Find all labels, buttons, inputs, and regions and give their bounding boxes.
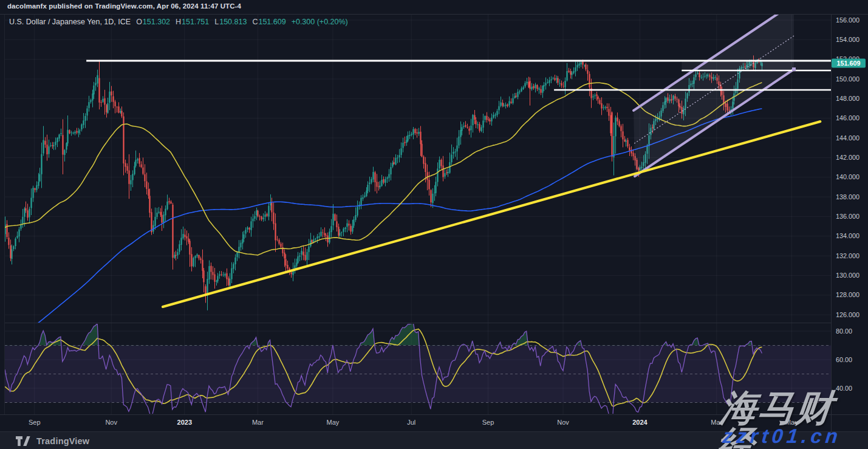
open-value: 151.302: [143, 18, 170, 26]
time-tick-label: May: [327, 419, 340, 426]
chart-drawings[interactable]: [86, 3, 831, 307]
high-label: H: [176, 18, 181, 26]
price-tick-label: 146.000: [836, 114, 859, 122]
trendline-support: [163, 122, 820, 307]
time-tick-label: Nov: [557, 419, 569, 426]
price-tick-label: 132.000: [836, 252, 859, 259]
price-tick-label: 156.000: [836, 16, 859, 24]
symbol-title: U.S. Dollar / Japanese Yen, 1D, ICE: [9, 18, 131, 26]
last-price-badge-text: 151.609: [836, 60, 860, 67]
tradingview-logo-icon: [16, 436, 30, 446]
ohlc-low: L150.813: [214, 18, 247, 26]
symbol-legend: U.S. Dollar / Japanese Yen, 1D, ICE O151…: [9, 18, 348, 26]
price-tick-label: 142.000: [836, 154, 859, 161]
price-tick-label: 150.000: [836, 75, 859, 83]
rsi-tick-label: 80.00: [836, 327, 852, 335]
channel-endpoint-handle: [792, 67, 796, 71]
ohlc-open: O151.302: [136, 18, 170, 26]
price-tick-label: 136.000: [836, 213, 859, 220]
price-tick-label: 138.000: [836, 193, 859, 201]
ohlc-close: C151.609: [252, 18, 285, 26]
time-tick-label: 2023: [177, 419, 192, 426]
time-tick-label: Nov: [105, 419, 117, 426]
close-value: 151.609: [258, 18, 285, 26]
price-tick-label: 134.000: [836, 232, 859, 239]
high-value: 151.751: [182, 18, 209, 26]
tradingview-published-chart: dacolmanfx published on TradingView.com,…: [0, 0, 868, 449]
close-label: C: [252, 18, 258, 26]
change-value: +0.300 (+0.20%): [292, 18, 348, 26]
low-label: L: [214, 18, 219, 26]
price-tick-label: 126.000: [836, 311, 859, 318]
candlestick-series: [5, 55, 762, 310]
up-candle-wicks: [5, 59, 762, 310]
price-tick-label: 148.000: [836, 95, 859, 102]
open-label: O: [136, 18, 142, 26]
price-tick-label: 130.000: [836, 272, 859, 279]
price-tick-label: 154.000: [836, 36, 859, 43]
tradingview-brand-label: TradingView: [36, 436, 89, 446]
time-tick-label: Sep: [482, 419, 494, 426]
chart-canvas[interactable]: 156.000154.000152.000150.000148.000146.0…: [0, 0, 868, 449]
time-tick-label: Sep: [29, 419, 41, 426]
rsi-tick-label: 60.00: [836, 356, 852, 363]
time-tick-label: Mar: [252, 419, 264, 426]
time-scale[interactable]: SepNov2023MarMayJulSepNov2024MarMay: [29, 419, 798, 426]
price-scale[interactable]: 156.000154.000152.000150.000148.000146.0…: [832, 16, 866, 392]
time-tick-label: Jul: [407, 419, 415, 426]
down-candle-wicks: [7, 55, 759, 303]
watermark-url: zzrt01.cn: [722, 426, 842, 446]
price-tick-label: 140.000: [836, 173, 859, 180]
ohlc-high: H151.751: [176, 18, 209, 26]
down-candle-bodies: [7, 60, 759, 295]
time-tick-label: 2024: [632, 419, 648, 426]
price-tick-label: 128.000: [836, 291, 859, 298]
price-tick-label: 144.000: [836, 134, 859, 142]
low-value: 150.813: [219, 18, 247, 26]
rsi-pane: [5, 321, 831, 429]
